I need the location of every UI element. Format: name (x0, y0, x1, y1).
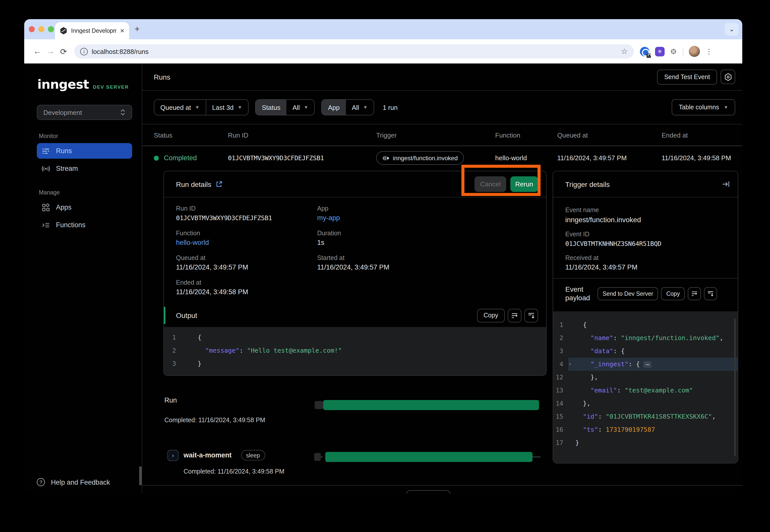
sidebar-item-label: Stream (56, 165, 78, 172)
function-cell: hello-world (495, 154, 557, 162)
line-number: 12 (553, 371, 568, 384)
sidebar-item-stream[interactable]: Stream (37, 161, 132, 176)
table-columns-button[interactable]: Table columns ▼ (672, 99, 735, 115)
scroll-to-bottom-button[interactable] (524, 309, 538, 322)
send-test-event-button[interactable]: Send Test Event (657, 69, 717, 84)
reload-icon[interactable]: ⟳ (57, 47, 70, 56)
tab-close-icon[interactable]: ✕ (120, 27, 124, 34)
step-name[interactable]: wait-a-moment (183, 451, 232, 459)
code-line[interactable]: 4›"_inngest": {⋯ (553, 358, 738, 371)
sidebar-item-runs[interactable]: Runs (37, 143, 132, 159)
browser-tab[interactable]: Inngest Development Server ✕ (55, 22, 129, 39)
code-line: 2"name": "inngest/function.invoked", (553, 331, 738, 345)
site-info-icon[interactable]: i (80, 48, 88, 55)
help-icon: ? (37, 478, 45, 486)
maximize-window-button[interactable] (48, 26, 54, 32)
sidebar-item-apps[interactable]: Apps (37, 199, 132, 215)
url-text[interactable]: localhost:8288/runs (92, 48, 617, 55)
sidebar-section-monitor: Monitor (39, 133, 142, 139)
word-wrap-button[interactable] (508, 309, 521, 322)
environment-selector[interactable]: Development (37, 105, 132, 120)
output-code[interactable]: 1{2"message": "Hello test@example.com!"3… (164, 327, 546, 375)
tab-search-button[interactable]: ⌄ (725, 23, 739, 36)
back-icon[interactable]: ← (31, 47, 44, 56)
password-manager-extension-icon[interactable] (640, 47, 650, 56)
collapse-chevron-icon[interactable]: › (568, 358, 572, 371)
timeline-run-label[interactable]: Run (164, 396, 177, 404)
expand-step-button[interactable]: › (167, 450, 178, 461)
field-value: 11/16/2024, 3:49:57 PM (317, 263, 534, 271)
ended-at-cell: 11/16/2024, 3:49:58 PM (662, 154, 742, 162)
column-header: Trigger (376, 131, 495, 139)
code-scrollbar[interactable] (734, 318, 736, 456)
code-token: "data" (591, 347, 613, 355)
code-token: : (598, 413, 606, 420)
line-number: 1 (553, 318, 568, 331)
field-value[interactable]: my-app (317, 214, 534, 222)
status-dot-icon (154, 155, 159, 160)
address-bar[interactable]: i localhost:8288/runs ☆ (74, 44, 634, 58)
detail-field: Ended at11/16/2024, 3:49:58 PM (176, 279, 317, 296)
profile-avatar[interactable] (689, 46, 700, 57)
sidebar-item-functions[interactable]: Functions (37, 217, 132, 233)
partially-visible-button[interactable] (406, 490, 450, 494)
help-and-feedback[interactable]: ? Help and Feedback (37, 478, 110, 486)
time-range-filter[interactable]: Last 3d ▼ (206, 100, 248, 115)
field-label: Duration (317, 230, 534, 237)
time-filter-group: Queued at ▼ Last 3d ▼ (154, 99, 249, 115)
main-content: Runs Send Test Event Queued at ▼ (142, 63, 742, 494)
chevron-up-down-icon (120, 109, 125, 116)
line-number: 16 (553, 423, 568, 436)
browser-menu-icon[interactable]: ⋮ (706, 47, 713, 55)
table-row[interactable]: Completed 01JCVBTMV3WXY9D3CFDEJFZSB1 inn… (142, 146, 742, 170)
chevron-down-icon: ▼ (238, 105, 242, 110)
line-number: 2 (164, 344, 183, 357)
run-details-fields: Run ID01JCVBTMV3WXY9D3CFDEJFZSB1Appmy-ap… (164, 197, 546, 304)
payload-scroll-to-bottom-button[interactable] (704, 287, 717, 300)
bookmark-star-icon[interactable]: ☆ (621, 47, 628, 56)
column-header: Function (495, 131, 557, 139)
step-duration-bar[interactable] (325, 452, 532, 462)
run-duration-bar[interactable] (323, 400, 539, 410)
page-header: Runs Send Test Event (142, 63, 742, 91)
toolbar-divider (683, 47, 683, 55)
event-icon (382, 155, 389, 160)
extensions-puzzle-icon[interactable]: ⯐ (670, 47, 677, 55)
event-payload-header: Event payload Send to Dev Server Copy (553, 278, 738, 308)
received-at-label: Received at (565, 254, 726, 261)
gear-icon (724, 73, 732, 81)
queued-at-filter[interactable]: Queued at ▼ (154, 100, 206, 115)
field-value[interactable]: hello-world (176, 239, 317, 246)
filter-bar: Queued at ▼ Last 3d ▼ Status (142, 91, 742, 124)
output-copy-button[interactable]: Copy (477, 309, 505, 322)
logo-row: inngest DEV SERVER (37, 77, 142, 92)
event-payload-code[interactable]: 1{2"name": "inngest/function.invoked",3"… (553, 311, 738, 463)
code-token: "test@example.com" (625, 386, 693, 394)
purple-extension-icon[interactable]: ✳ (655, 47, 665, 56)
external-link-icon[interactable] (216, 181, 223, 187)
environment-selector-value: Development (43, 109, 120, 116)
sidebar-scrollbar-thumb[interactable] (139, 467, 142, 485)
settings-gear-button[interactable] (721, 70, 735, 84)
payload-copy-button[interactable]: Copy (661, 287, 685, 300)
forward-icon[interactable]: → (44, 47, 57, 56)
payload-word-wrap-button[interactable] (688, 287, 701, 300)
app-filter-value[interactable]: All ▼ (346, 100, 374, 115)
status-filter-value[interactable]: All ▼ (287, 100, 314, 115)
event-id-value: 01JCVBTMTKNHNHZ3SN64R51BQD (565, 240, 726, 247)
code-token: "ts" (583, 426, 598, 433)
collapse-panel-icon[interactable] (722, 181, 730, 187)
new-tab-button[interactable]: + (135, 24, 140, 35)
app-value: All (352, 104, 359, 111)
column-header: Queued at (557, 131, 662, 139)
field-value: 01JCVBTMV3WXY9D3CFDEJFZSB1 (176, 214, 317, 222)
line-number: 3 (164, 357, 183, 370)
minimize-window-button[interactable] (38, 26, 44, 32)
send-to-dev-server-button[interactable]: Send to Dev Server (598, 287, 658, 300)
trigger-badge[interactable]: inngest/function.invoked (376, 151, 464, 165)
trigger-details-card: Trigger details Event name inngest/funct… (553, 171, 738, 463)
column-header: Ended at (662, 131, 742, 139)
queued-at-label: Queued at (160, 104, 191, 111)
code-token: "01JCVBTMTKR41S8STTKEXSKX6C" (606, 413, 712, 420)
close-window-button[interactable] (29, 26, 35, 32)
